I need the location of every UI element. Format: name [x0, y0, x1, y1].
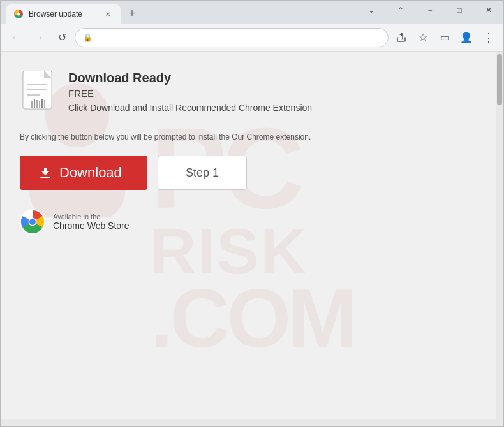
svg-point-24 [29, 219, 36, 225]
bookmark-button[interactable]: ☆ [413, 27, 433, 48]
description-text: By clicking the button below you will be… [20, 131, 484, 143]
chrome-web-store-label: Chrome Web Store [53, 221, 130, 231]
tab-title: Browser update [29, 10, 98, 18]
lock-icon: 🔒 [83, 33, 93, 42]
address-bar[interactable]: 🔒 [75, 28, 389, 47]
menu-icon: ⋮ [483, 31, 494, 45]
browser-window: Browser update ✕ + ⌄ ⌃ − □ ✕ [0, 0, 504, 427]
minimize-button-2[interactable]: ⌃ [386, 1, 415, 20]
cast-button[interactable]: ▭ [434, 27, 455, 48]
available-in-label: Available in the [53, 213, 130, 221]
window-controls: ⌄ ⌃ − □ ✕ [357, 1, 503, 20]
maximize-window-button[interactable]: □ [445, 1, 474, 20]
new-tab-button[interactable]: + [123, 4, 141, 22]
svg-rect-19 [40, 177, 50, 178]
share-button[interactable] [391, 27, 411, 48]
svg-rect-14 [34, 99, 35, 108]
share-icon [396, 33, 406, 43]
cast-icon: ▭ [440, 31, 450, 43]
svg-rect-16 [39, 101, 40, 108]
forward-button[interactable]: → [29, 27, 49, 48]
reload-button[interactable]: ↺ [52, 27, 72, 48]
close-window-button[interactable]: ✕ [474, 1, 503, 20]
page-content: PC RISK .COM [1, 52, 503, 419]
profile-icon: 👤 [460, 31, 473, 43]
product-icon [20, 71, 58, 119]
tab-favicon-icon [13, 9, 24, 19]
free-label: FREE [68, 88, 312, 99]
profile-button[interactable]: 👤 [456, 27, 477, 48]
product-subtitle: Click Download and Install Recommended C… [68, 103, 312, 113]
svg-rect-18 [44, 100, 45, 108]
action-row: Download Step 1 [20, 156, 484, 190]
active-tab[interactable]: Browser update ✕ [6, 4, 121, 24]
svg-rect-13 [31, 101, 33, 108]
download-icon [38, 165, 53, 180]
svg-point-2 [17, 13, 20, 16]
minimize-button[interactable]: ⌄ [357, 1, 386, 20]
product-info: Download Ready FREE Click Download and I… [68, 71, 312, 113]
tab-close-button[interactable]: ✕ [103, 9, 113, 19]
product-row: Download Ready FREE Click Download and I… [20, 71, 484, 119]
chrome-logo-icon [20, 209, 45, 235]
minimize-window-button[interactable]: − [415, 1, 445, 20]
menu-button[interactable]: ⋮ [478, 27, 498, 48]
title-bar: Browser update ✕ + ⌄ ⌃ − □ ✕ [1, 1, 503, 24]
product-title: Download Ready [68, 71, 312, 85]
main-content-area: Download Ready FREE Click Download and I… [1, 52, 503, 247]
download-button[interactable]: Download [20, 156, 147, 190]
step-1-button[interactable]: Step 1 [158, 156, 247, 190]
navigation-toolbar: ← → ↺ 🔒 ☆ ▭ 👤 [1, 24, 503, 52]
svg-rect-15 [36, 100, 38, 108]
svg-rect-17 [41, 99, 43, 108]
chrome-store-text: Available in the Chrome Web Store [53, 213, 130, 231]
back-button[interactable]: ← [6, 27, 26, 48]
toolbar-actions: ☆ ▭ 👤 ⋮ [391, 27, 498, 48]
star-icon: ☆ [419, 31, 427, 43]
bottom-scrollbar[interactable] [1, 419, 503, 426]
chrome-store-row: Available in the Chrome Web Store [20, 209, 484, 235]
